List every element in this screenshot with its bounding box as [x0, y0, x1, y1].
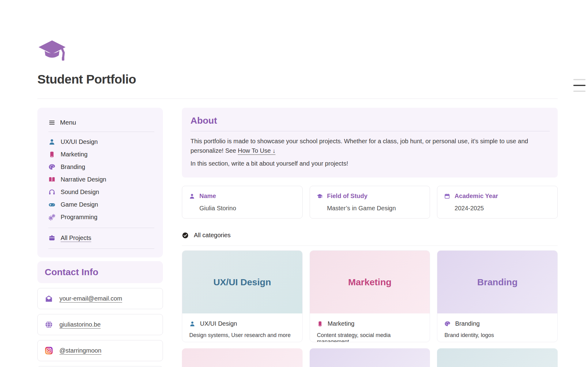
profile-card-academic-year[interactable]: Academic Year2024-2025 [437, 186, 558, 219]
student-portfolio-page: Student Portfolio Menu UX/UI DesignMarke… [0, 0, 588, 367]
about-paragraph: This portfolio is made to showcase your … [190, 137, 530, 155]
all-projects-label: All Projects [61, 234, 91, 242]
palette-icon [444, 321, 450, 327]
phone-icon [317, 321, 323, 327]
outline-line [573, 85, 586, 86]
divider [48, 132, 154, 132]
category-card-description: Brand identity, logos [444, 332, 550, 339]
about-section: About This portfolio is made to showcase… [182, 108, 558, 178]
sidebar-item-label: Sound Design [61, 189, 99, 196]
category-card-cover: UX/UI Design [182, 251, 302, 313]
sidebar-item-label: Game Design [61, 201, 98, 208]
category-card-name: UX/UI Design [200, 320, 237, 327]
category-card-title: Branding [477, 277, 518, 287]
category-card-title: UX/UI Design [213, 277, 271, 287]
sidebar-item-label: Marketing [61, 151, 88, 158]
outline-line [573, 91, 586, 92]
sidebar-item-label: UX/UI Design [61, 138, 98, 145]
menu-label: Menu [60, 119, 76, 126]
profile-card-label-row: Name [189, 193, 296, 200]
contact-info-title: Contact Info [45, 267, 156, 277]
sidebar: Menu UX/UI DesignMarketingBrandingNarrat… [37, 108, 163, 367]
sidebar-item-sound-design[interactable]: Sound Design [48, 186, 154, 198]
person-icon [48, 138, 55, 145]
category-card-partial[interactable] [182, 348, 303, 367]
divider [182, 245, 558, 246]
contact-link[interactable]: @starringmoon [59, 347, 101, 354]
category-card-body: BrandingBrand identity, logos [437, 313, 557, 342]
profile-card-name[interactable]: NameGiulia Storino [182, 186, 303, 219]
sidebar-item-narrative-design[interactable]: Narrative Design [48, 173, 154, 186]
category-filter-label: All categories [194, 232, 231, 239]
main-content: About This portfolio is made to showcase… [182, 108, 558, 367]
profile-card-value: 2024-2025 [454, 205, 551, 212]
sidebar-item-label: Narrative Design [61, 176, 106, 183]
calendar-icon [444, 193, 450, 199]
header-divider [37, 99, 558, 99]
how-to-use-link[interactable]: How To Use ↓ [238, 147, 276, 154]
sidebar-item-label: Branding [61, 163, 85, 170]
person-icon [189, 321, 195, 327]
sidebar-item-label: Programming [61, 214, 97, 221]
category-card-partial[interactable] [310, 348, 430, 367]
profile-card-label: Field of Study [327, 193, 368, 200]
person-icon [189, 193, 195, 199]
sidebar-item-ux-ui-design[interactable]: UX/UI Design [48, 136, 154, 148]
page-title: Student Portfolio [37, 72, 136, 87]
instagram-icon [45, 346, 53, 355]
profile-card-value: Giulia Storino [199, 205, 296, 212]
menu-toggle[interactable]: Menu [48, 119, 154, 126]
contact-card-your-email-email-com[interactable]: your-email@email.com [37, 288, 163, 309]
category-card-description: Design systems, User research and more [189, 332, 295, 339]
profile-card-label-row: Field of Study [317, 193, 423, 200]
contact-link[interactable]: your-email@email.com [59, 295, 122, 302]
hamburger-icon [48, 119, 55, 126]
about-title: About [190, 115, 550, 126]
profile-card-label: Academic Year [454, 193, 498, 200]
contact-card-starringmoon[interactable]: @starringmoon [37, 340, 163, 361]
category-card-ux-ui-design[interactable]: UX/UI DesignUX/UI DesignDesign systems, … [182, 250, 303, 342]
category-card-branding[interactable]: BrandingBrandingBrand identity, logos [437, 250, 558, 342]
profile-card-value: Master’s in Game Design [327, 205, 423, 212]
sidebar-item-branding[interactable]: Branding [48, 161, 154, 173]
outline-indicator[interactable] [573, 79, 586, 92]
contact-card-giuliastorino-be[interactable]: giuliastorino.be [37, 314, 163, 335]
divider [48, 249, 154, 249]
contact-link[interactable]: giuliastorino.be [59, 321, 101, 328]
category-card-marketing[interactable]: MarketingMarketingContent strategy, soci… [310, 250, 430, 342]
category-card-body: MarketingContent strategy, social media … [310, 313, 430, 342]
sidebar-item-all-projects[interactable]: All Projects [48, 232, 154, 244]
category-card-name-row: Marketing [317, 320, 423, 327]
category-filter[interactable]: All categories [182, 232, 558, 239]
gamepad-icon [48, 201, 55, 208]
divider [190, 131, 550, 131]
briefcase-icon [48, 234, 55, 242]
phone-icon [48, 151, 55, 158]
graduation-cap-icon [37, 39, 67, 65]
category-card-name-row: UX/UI Design [189, 320, 295, 327]
category-card-cover: Marketing [310, 251, 430, 313]
palette-icon [48, 163, 55, 170]
envelope-icon [45, 294, 53, 303]
category-card-cover: Branding [437, 251, 557, 313]
graduation-cap-icon [317, 193, 323, 199]
sidebar-item-marketing[interactable]: Marketing [48, 148, 154, 161]
category-card-body: UX/UI DesignDesign systems, User researc… [182, 313, 302, 342]
profile-card-label-row: Academic Year [444, 193, 551, 200]
contact-info-header: Contact Info [37, 261, 163, 283]
category-card-name: Branding [455, 320, 480, 327]
category-card-description: Content strategy, social media managemen… [317, 332, 423, 342]
sidebar-item-programming[interactable]: Programming [48, 211, 154, 223]
category-card-partial[interactable] [437, 348, 558, 367]
profile-card-label: Name [199, 193, 216, 200]
sidebar-item-game-design[interactable]: Game Design [48, 198, 154, 211]
about-paragraph-2: In this section, write a bit about yours… [190, 159, 530, 168]
gears-icon [48, 214, 55, 221]
profile-card-field-of-study[interactable]: Field of StudyMaster’s in Game Design [310, 186, 430, 219]
category-card-title: Marketing [348, 277, 392, 287]
outline-line [573, 79, 586, 80]
headphones-icon [48, 189, 55, 196]
book-icon [48, 176, 55, 183]
check-circle-icon [182, 232, 189, 239]
menu-card: Menu UX/UI DesignMarketingBrandingNarrat… [37, 108, 163, 257]
